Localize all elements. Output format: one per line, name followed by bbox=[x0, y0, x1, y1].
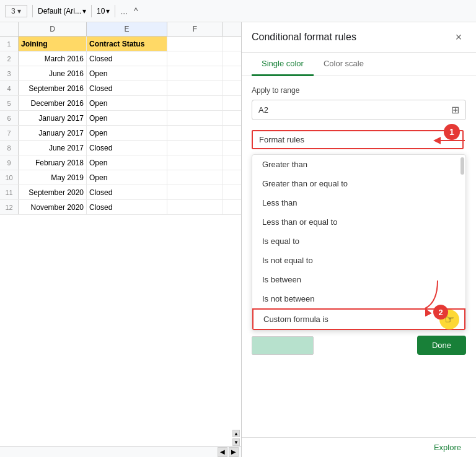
table-row: 8 June 2017 Closed bbox=[0, 141, 241, 155]
cell-d7[interactable]: January 2017 bbox=[19, 126, 87, 140]
cell-e8[interactable]: Closed bbox=[87, 141, 167, 155]
cell-e3[interactable]: Open bbox=[87, 66, 167, 81]
more-options[interactable]: ... bbox=[120, 6, 128, 16]
row-number: 10 bbox=[0, 170, 19, 185]
row-number: 3 bbox=[0, 66, 19, 81]
table-row: 11 September 2020 Closed bbox=[0, 185, 241, 200]
panel-header: Conditional format rules × bbox=[242, 22, 476, 53]
cell-f9 bbox=[167, 155, 223, 170]
dropdown-list[interactable]: Greater than Greater than or equal to Le… bbox=[252, 154, 466, 331]
cell-d2[interactable]: March 2016 bbox=[19, 51, 87, 66]
dropdown-item-less-equal[interactable]: Less than or equal to bbox=[252, 212, 465, 232]
row-number: 9 bbox=[0, 155, 19, 170]
apply-to-range-label: Apply to range bbox=[252, 86, 466, 95]
dropdown-item-not-equal[interactable]: Is not equal to bbox=[252, 251, 465, 270]
table-row: 4 September 2016 Closed bbox=[0, 81, 241, 96]
cell-f7 bbox=[167, 126, 223, 140]
cell-e10[interactable]: Open bbox=[87, 170, 167, 185]
panel-tabs: Single color Color scale bbox=[242, 53, 476, 76]
row-number: 1 bbox=[0, 37, 19, 51]
sheet-rows: 1 Joining Contract Status 2 March 2016 C… bbox=[0, 37, 241, 427]
cell-d1[interactable]: Joining bbox=[19, 37, 87, 51]
row-number: 8 bbox=[0, 141, 19, 155]
row-number: 11 bbox=[0, 185, 19, 199]
table-row: 10 May 2019 Open bbox=[0, 170, 241, 185]
dropdown-item-equal[interactable]: Is equal to bbox=[252, 232, 465, 251]
cell-f5 bbox=[167, 96, 223, 110]
cell-d6[interactable]: January 2017 bbox=[19, 111, 87, 125]
cell-e12[interactable]: Closed bbox=[87, 200, 167, 214]
separator-1 bbox=[32, 5, 33, 17]
cell-e4[interactable]: Closed bbox=[87, 81, 167, 95]
cell-d5[interactable]: December 2016 bbox=[19, 96, 87, 110]
col-header-f: F bbox=[167, 22, 223, 36]
done-button[interactable]: Done bbox=[417, 336, 466, 355]
dropdown-item-less-than[interactable]: Less than bbox=[252, 193, 465, 212]
dropdown-item-greater-than[interactable]: Greater than bbox=[252, 155, 465, 174]
cell-e2[interactable]: Closed bbox=[87, 51, 167, 66]
cell-e1[interactable]: Contract Status bbox=[87, 37, 167, 51]
cell-f6 bbox=[167, 111, 223, 125]
table-row: 3 June 2016 Open bbox=[0, 66, 241, 81]
cell-f8 bbox=[167, 141, 223, 155]
badge-1: 1 bbox=[444, 124, 460, 140]
tab-color-scale[interactable]: Color scale bbox=[314, 53, 374, 76]
tab-single-color[interactable]: Single color bbox=[252, 53, 314, 76]
cell-e11[interactable]: Closed bbox=[87, 185, 167, 199]
formatting-preview: Done bbox=[252, 336, 466, 355]
color-preview-box[interactable] bbox=[252, 336, 314, 355]
col-header-d: D bbox=[19, 22, 87, 36]
cell-ref: 3 ▾ bbox=[5, 5, 27, 17]
cell-f2 bbox=[167, 51, 223, 66]
cell-d3[interactable]: June 2016 bbox=[19, 66, 87, 81]
row-number: 5 bbox=[0, 96, 19, 110]
dropdown-item-greater-equal[interactable]: Greater than or equal to bbox=[252, 174, 465, 193]
vertical-scroll-up[interactable]: ▲ bbox=[232, 430, 240, 437]
close-button[interactable]: × bbox=[451, 30, 466, 45]
cell-e6[interactable]: Open bbox=[87, 111, 167, 125]
cell-d12[interactable]: November 2020 bbox=[19, 200, 87, 214]
panel-title: Conditional format rules bbox=[252, 32, 356, 43]
cell-d4[interactable]: September 2016 bbox=[19, 81, 87, 95]
conditional-format-panel: Conditional format rules × Single color … bbox=[242, 22, 476, 457]
scroll-arrows: ◀ ▶ bbox=[218, 447, 239, 457]
separator-3 bbox=[115, 5, 115, 17]
cell-d9[interactable]: February 2018 bbox=[19, 155, 87, 170]
table-row: 5 December 2016 Open bbox=[0, 96, 241, 111]
scroll-right[interactable]: ▶ bbox=[229, 447, 239, 457]
table-row: 9 February 2018 Open bbox=[0, 155, 241, 170]
col-headers: D E F bbox=[0, 22, 241, 37]
scroll-left[interactable]: ◀ bbox=[218, 447, 227, 457]
panel-content: Apply to range A2 ⊞ 1 Format rules bbox=[242, 76, 476, 437]
font-size-selector[interactable]: 10 ▾ bbox=[97, 7, 110, 15]
cell-f10 bbox=[167, 170, 223, 185]
grid-select-icon[interactable]: ⊞ bbox=[451, 104, 459, 116]
col-header-e: E bbox=[87, 22, 167, 36]
main-area: D E F 1 Joining Contract Status 2 March … bbox=[0, 22, 476, 457]
range-input-row[interactable]: A2 ⊞ bbox=[252, 100, 466, 120]
scroll-area: ◀ ▶ bbox=[0, 446, 241, 457]
font-selector[interactable]: Default (Ari... ▾ bbox=[38, 7, 86, 15]
cell-f4 bbox=[167, 81, 223, 95]
cell-d11[interactable]: September 2020 bbox=[19, 185, 87, 199]
cell-e7[interactable]: Open bbox=[87, 126, 167, 140]
separator-2 bbox=[91, 5, 92, 17]
table-row: 2 March 2016 Closed bbox=[0, 51, 241, 66]
format-rules-label: Format rules bbox=[259, 135, 304, 144]
row-number: 7 bbox=[0, 126, 19, 140]
cell-e9[interactable]: Open bbox=[87, 155, 167, 170]
cell-d8[interactable]: June 2017 bbox=[19, 141, 87, 155]
table-row: 7 January 2017 Open bbox=[0, 126, 241, 141]
row-number: 2 bbox=[0, 51, 19, 66]
vertical-scroll-down[interactable]: ▼ bbox=[232, 438, 240, 446]
explore-link[interactable]: Explore bbox=[434, 443, 461, 452]
table-row: 12 November 2020 Closed bbox=[0, 200, 241, 215]
cell-d10[interactable]: May 2019 bbox=[19, 170, 87, 185]
cell-e5[interactable]: Open bbox=[87, 96, 167, 110]
row-num-header bbox=[0, 22, 19, 36]
row-number: 12 bbox=[0, 200, 19, 214]
badge-2: 2 bbox=[433, 305, 448, 320]
cell-f11 bbox=[167, 185, 223, 199]
toolbar: 3 ▾ Default (Ari... ▾ 10 ▾ ... ^ bbox=[0, 0, 476, 22]
collapse-btn[interactable]: ^ bbox=[134, 6, 138, 16]
